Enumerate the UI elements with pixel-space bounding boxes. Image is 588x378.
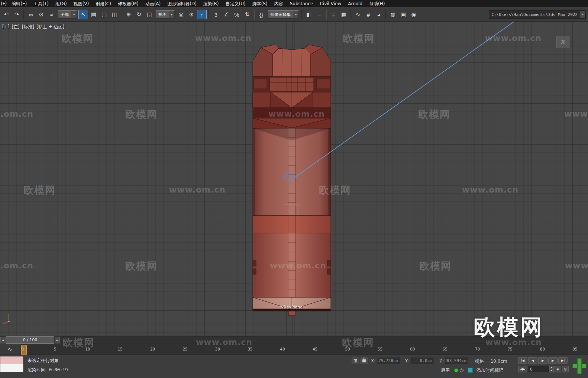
project-folder-field[interactable]: C:\Users\Han\Documents\3ds Max 2022▾ <box>489 10 586 19</box>
frame-tick-15[interactable]: 15 <box>118 347 123 352</box>
menu-item-0[interactable]: 编辑(E) <box>8 0 30 7</box>
scene-explorer-button[interactable]: ≣ <box>329 10 338 19</box>
menu-item-2[interactable]: 组(G) <box>52 0 70 7</box>
render-production-button[interactable]: ◉ <box>409 10 419 19</box>
rendered-frame-window-button[interactable]: ▣ <box>398 10 408 19</box>
frame-tick-55[interactable]: 55 <box>378 347 382 352</box>
render-setup-button[interactable]: ◍ <box>388 10 398 19</box>
frame-tick-5[interactable]: 5 <box>54 347 56 352</box>
select-and-scale-button[interactable]: ◱ <box>145 10 154 19</box>
y-coordinate-field[interactable]: -0.0cm <box>411 358 434 364</box>
viewport[interactable]: [+][左][标准][粘土 + 边面] 东 VRayPlane <box>0 22 588 336</box>
menu-item-13[interactable]: Civil View <box>316 0 345 7</box>
frame-tick-50[interactable]: 50 <box>345 347 350 352</box>
snap-toggle-3d-button[interactable]: 3 <box>211 10 221 19</box>
spinner-down-icon[interactable]: ▼ <box>549 369 554 373</box>
frame-tick-85[interactable]: 85 <box>572 347 577 352</box>
add-time-tag-button[interactable]: 添加时间标记 <box>476 367 503 374</box>
menu-item-4[interactable]: 创建(C) <box>92 0 114 7</box>
model-left-view[interactable] <box>250 44 335 317</box>
menu-item-12[interactable]: Substance <box>287 0 317 7</box>
rectangular-selection-region-button[interactable]: ▢ <box>99 10 109 19</box>
mini-curve-editor-button[interactable]: ∿ <box>0 344 20 355</box>
percent-snap-button[interactable]: % <box>232 10 242 19</box>
current-frame-field[interactable]: 0 <box>528 366 549 372</box>
select-and-manipulate-button[interactable]: ⊛ <box>187 10 196 19</box>
go-to-end-button[interactable]: ▶| <box>558 357 568 364</box>
x-coordinate-field[interactable]: 75.728cm <box>377 358 400 364</box>
select-and-move-button[interactable]: ⊕ <box>124 10 133 19</box>
previous-frame-button[interactable]: ◀ <box>528 357 537 364</box>
viewport-general-menu[interactable]: [+] <box>2 24 9 30</box>
time-slider-handle[interactable]: 0 / 100 <box>6 336 54 344</box>
menu-item-15[interactable]: 帮助(H) <box>366 0 388 7</box>
absolute-mode-transform-button[interactable]: ⊞ <box>352 358 359 364</box>
frame-tick-0[interactable]: 0 <box>22 347 24 352</box>
menu-item-14[interactable]: Arnold <box>345 0 366 7</box>
key-mode-toggle-button[interactable]: ◈ <box>555 366 561 372</box>
curve-editor-button[interactable]: ∿ <box>353 10 363 19</box>
mini-listener-macro-row[interactable] <box>0 356 23 364</box>
enable-toggle-label[interactable]: 启用 <box>441 367 450 374</box>
angle-snap-button[interactable]: ∠ <box>222 10 231 19</box>
unlink-selection-button[interactable]: ⊘ <box>36 10 46 19</box>
viewcube[interactable]: 东 <box>556 36 570 48</box>
selection-lock-button[interactable] <box>361 358 368 364</box>
frame-tick-10[interactable]: 10 <box>85 347 90 352</box>
select-and-rotate-button[interactable]: ↻ <box>134 10 144 19</box>
schematic-view-button[interactable]: # <box>364 10 373 19</box>
z-coordinate-field[interactable]: 283.594cm <box>445 358 468 364</box>
spinner-snap-button[interactable]: ⇅ <box>242 10 252 19</box>
viewport-standard-label[interactable]: [标准] <box>22 24 34 30</box>
maxscript-mini-listener[interactable] <box>0 356 24 372</box>
circle-indicator-icon[interactable]: ◎ <box>459 368 463 372</box>
material-editor-button[interactable]: ◕ <box>374 10 384 19</box>
frame-tick-60[interactable]: 60 <box>410 347 415 352</box>
spinner-up-icon[interactable]: ▲ <box>549 366 554 369</box>
frame-tick-40[interactable]: 40 <box>280 347 285 352</box>
align-button[interactable]: ≡ <box>314 10 324 19</box>
keyboard-override-button[interactable]: ↑ <box>197 10 207 19</box>
frame-tick-30[interactable]: 30 <box>215 347 220 352</box>
menu-item-5[interactable]: 修改器(M) <box>114 0 142 7</box>
frame-tick-25[interactable]: 25 <box>182 347 187 352</box>
corner-plus-button[interactable] <box>572 358 587 375</box>
time-configuration-button[interactable]: ◷ <box>562 366 569 372</box>
menu-item-7[interactable]: 图形编辑器(D) <box>164 0 200 7</box>
time-slider-track[interactable] <box>61 336 587 344</box>
selection-filter-dropdown[interactable]: 全部▾ <box>58 10 77 19</box>
menu-item-9[interactable]: 自定义(U) <box>222 0 249 7</box>
frame-tick-35[interactable]: 35 <box>248 347 252 352</box>
next-frame-button[interactable]: ▶ <box>548 357 558 364</box>
frame-tick-70[interactable]: 70 <box>475 347 480 352</box>
bind-to-space-warp-button[interactable]: ≈ <box>47 10 56 19</box>
menu-item-1[interactable]: 工具(T) <box>30 0 52 7</box>
frame-step-nav-button[interactable]: ◀▶ <box>518 366 527 372</box>
redo-button[interactable]: ↷ <box>12 10 22 19</box>
mirror-button[interactable]: ◧ <box>304 10 314 19</box>
time-slider-back-button[interactable]: ◂ <box>0 337 6 343</box>
select-and-link-button[interactable]: ∞ <box>26 10 36 19</box>
frame-tick-45[interactable]: 45 <box>313 347 317 352</box>
edit-named-selections-button[interactable]: {} <box>256 10 266 19</box>
menu-item-3[interactable]: 视图(V) <box>70 0 93 7</box>
viewport-shading-label[interactable]: [粘土 + 边面] <box>36 24 64 30</box>
viewport-pov-label[interactable]: [左] <box>12 24 19 30</box>
window-crossing-button[interactable]: ◫ <box>110 10 119 19</box>
select-by-name-button[interactable]: ▤ <box>89 10 98 19</box>
play-animation-button[interactable]: ▶ <box>538 357 547 364</box>
named-selection-sets-dropdown[interactable]: 创建选择集▾ <box>268 10 299 19</box>
layer-manager-button[interactable]: ▦ <box>339 10 349 19</box>
menu-item-8[interactable]: 渲染(R) <box>200 0 222 7</box>
menu-item-10[interactable]: 脚本(S) <box>249 0 271 7</box>
time-slider-forward-button[interactable]: ▸ <box>55 337 60 343</box>
mini-listener-script-row[interactable] <box>0 364 23 372</box>
frame-tick-75[interactable]: 75 <box>507 347 512 352</box>
menu-item-11[interactable]: 内容 <box>271 0 287 7</box>
undo-button[interactable]: ↶ <box>1 10 11 19</box>
use-pivot-center-button[interactable]: ◎ <box>176 10 186 19</box>
frame-tick-20[interactable]: 20 <box>150 347 155 352</box>
menu-item-file-partial[interactable]: (F) <box>0 0 8 7</box>
menu-item-6[interactable]: 动画(A) <box>142 0 164 7</box>
go-to-start-button[interactable]: |◀ <box>518 357 527 364</box>
